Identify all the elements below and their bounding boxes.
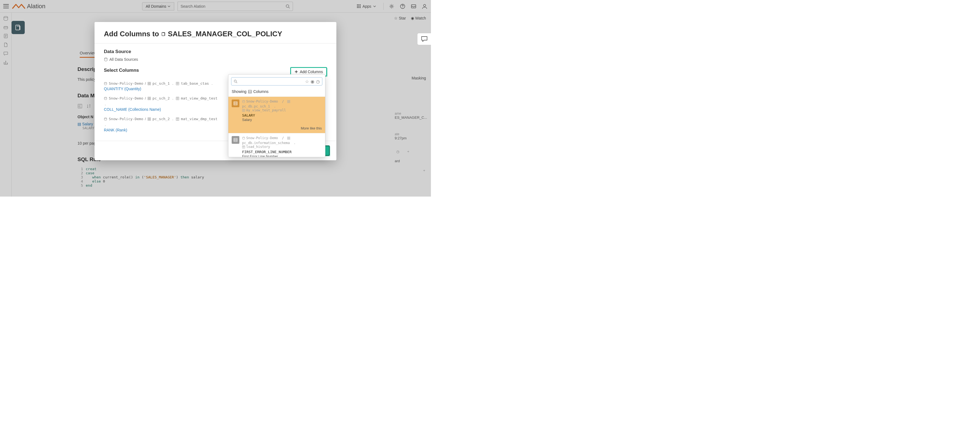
table-icon [176, 82, 179, 85]
column-result-icon [232, 136, 239, 144]
data-source-heading: Data Source [104, 49, 327, 54]
svg-rect-44 [288, 100, 288, 102]
schema-icon [148, 118, 151, 121]
add-icon[interactable]: ＋ [421, 167, 427, 173]
clock-filter-icon[interactable]: ◷ [316, 79, 320, 84]
dropdown-result-item[interactable]: Snow-Policy-Demo / pc_db.information_sch… [228, 133, 325, 157]
svg-rect-52 [289, 137, 290, 138]
svg-rect-29 [148, 97, 149, 98]
schema-icon [287, 100, 290, 103]
dropdown-filter-icons: ☆ ◉ ◷ [305, 79, 320, 84]
svg-rect-36 [150, 118, 151, 119]
column-link[interactable]: RANK (Rank) [104, 128, 127, 132]
selected-column-item: Snow-Policy-Demo / pc_sch_1 . tab_base_c… [104, 81, 219, 91]
svg-rect-51 [288, 137, 288, 138]
database-icon [242, 100, 245, 103]
svg-rect-20 [162, 32, 165, 36]
selected-column-item: Snow-Policy-Demo / pc_sch_2 . mat_view_d… [104, 96, 219, 112]
svg-rect-38 [150, 119, 151, 121]
table-icon [176, 118, 179, 121]
schema-icon [148, 82, 151, 85]
database-icon [104, 97, 107, 100]
svg-rect-53 [288, 138, 288, 139]
select-columns-heading: Select Columns [104, 68, 139, 73]
svg-rect-35 [148, 118, 149, 119]
database-icon [104, 118, 107, 121]
more-like-this-link[interactable]: More like this [228, 124, 325, 133]
svg-rect-42 [234, 102, 237, 105]
dropdown-result-item[interactable]: Snow-Policy-Demo / pc_db.pc_sch_1 . my_v… [228, 97, 325, 124]
chat-tab[interactable] [417, 33, 431, 45]
svg-point-43 [243, 100, 245, 101]
svg-rect-25 [148, 84, 149, 85]
column-breadcrumb: Snow-Policy-Demo / pc_sch_1 . tab_base_c… [104, 81, 219, 86]
svg-rect-49 [234, 138, 237, 142]
table-icon [242, 109, 245, 112]
svg-point-28 [105, 97, 107, 98]
star-filter-icon[interactable]: ☆ [305, 79, 309, 84]
column-result-icon [232, 100, 239, 107]
svg-rect-23 [148, 82, 149, 83]
svg-rect-31 [148, 99, 149, 100]
column-search-dropdown: ☆ ◉ ◷ Showing Columns Snow-Policy-Demo /… [228, 74, 325, 157]
search-icon [234, 80, 237, 83]
schema-icon [148, 97, 151, 100]
database-icon [242, 137, 245, 140]
svg-point-34 [105, 118, 107, 118]
svg-rect-30 [150, 97, 151, 98]
svg-rect-32 [150, 99, 151, 100]
svg-rect-45 [289, 100, 290, 102]
table-icon [242, 145, 245, 148]
svg-rect-46 [288, 102, 288, 103]
column-link[interactable]: QUANTITY (Quantity) [104, 87, 141, 91]
svg-rect-54 [289, 138, 290, 139]
modal-header: Add Columns to SALES_MANAGER_COL_POLICY [94, 22, 336, 43]
svg-rect-47 [289, 102, 290, 103]
data-source-value: All Data Sources [104, 57, 327, 62]
table-icon [176, 97, 179, 100]
database-icon [104, 57, 108, 61]
chat-icon [421, 35, 428, 43]
svg-rect-41 [248, 90, 251, 93]
schema-icon [287, 137, 290, 140]
selected-column-item: Snow-Policy-Demo / pc_sch_2 . mat_view_d… [104, 117, 219, 132]
database-icon [104, 82, 107, 85]
add-icon[interactable]: ＋ [405, 148, 411, 154]
svg-point-21 [105, 58, 107, 59]
dropdown-search[interactable]: ☆ ◉ ◷ [231, 77, 322, 86]
svg-rect-26 [150, 84, 151, 85]
dropdown-result-content: Snow-Policy-Demo / pc_db.pc_sch_1 . my_v… [242, 100, 322, 122]
svg-point-50 [243, 137, 245, 138]
column-breadcrumb: Snow-Policy-Demo / pc_sch_2 . mat_view_d… [104, 117, 219, 127]
eye-filter-icon[interactable]: ◉ [310, 79, 314, 84]
clock-icon[interactable]: ◷ [395, 148, 401, 154]
svg-point-22 [105, 82, 107, 83]
plus-icon [294, 70, 298, 74]
svg-point-40 [234, 80, 236, 82]
svg-rect-24 [150, 82, 151, 83]
column-link[interactable]: COLL_NAME (Collections Name) [104, 107, 161, 111]
svg-rect-37 [148, 119, 149, 121]
modal-title: Add Columns to SALES_MANAGER_COL_POLICY [104, 30, 327, 38]
side-metadata: ameES_MANAGER_C... ate9:27pm ◷ ＋ ard ＋ [395, 111, 427, 178]
policy-icon [161, 32, 166, 36]
column-icon [248, 90, 252, 94]
dropdown-search-input[interactable] [240, 80, 303, 84]
dropdown-showing-label: Showing Columns [228, 88, 325, 97]
dropdown-results-list: Snow-Policy-Demo / pc_db.pc_sch_1 . my_v… [228, 97, 325, 157]
dropdown-result-content: Snow-Policy-Demo / pc_db.information_sch… [242, 136, 322, 157]
selected-columns-list: Snow-Policy-Demo / pc_sch_1 . tab_base_c… [104, 81, 219, 132]
column-breadcrumb: Snow-Policy-Demo / pc_sch_2 . mat_view_d… [104, 96, 219, 106]
